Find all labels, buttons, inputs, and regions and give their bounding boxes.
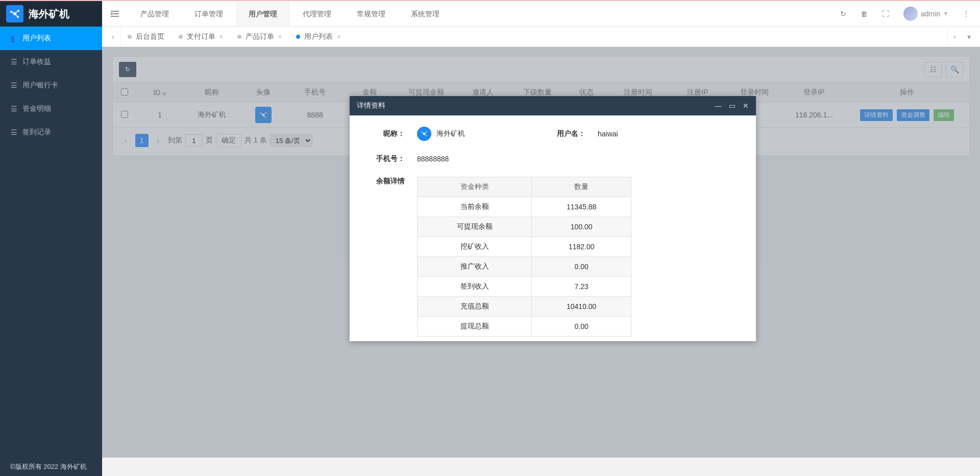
close-icon[interactable]: ✕: [743, 102, 749, 110]
sidebar-item-funds[interactable]: ☰资金明细: [0, 97, 102, 121]
fullscreen-icon[interactable]: ⛶: [882, 10, 889, 18]
value-username: haiwai: [598, 130, 618, 138]
refresh-icon[interactable]: ↻: [840, 10, 846, 18]
tabs-bar: ‹ 后台首页 支付订单× 产品订单× 用户列表× › ▾: [102, 27, 980, 47]
tabs-prev-icon[interactable]: ‹: [106, 27, 120, 46]
top-nav-item-product[interactable]: 产品管理: [128, 2, 182, 26]
top-nav-item-general[interactable]: 常规管理: [344, 2, 398, 26]
brand-icon: [6, 5, 23, 22]
tabs-menu-icon[interactable]: ▾: [962, 27, 976, 46]
detail-modal: 详情资料 ― ▭ ✕ 昵称： 海外矿机 用户名： haiwai 手机号： 888…: [350, 96, 756, 341]
maximize-icon[interactable]: ▭: [729, 102, 736, 110]
sidebar-toggle-icon[interactable]: [102, 2, 128, 26]
avatar-icon: [417, 127, 431, 141]
close-icon[interactable]: ×: [337, 33, 340, 40]
user-icon: 👥: [10, 34, 17, 42]
tabs-next-icon[interactable]: ›: [947, 27, 962, 46]
more-icon[interactable]: ⋮: [963, 10, 970, 18]
copyright: ©版权所有 2022 海外矿机: [10, 462, 87, 471]
sidebar: 👥用户列表 ☰订单收益 ☰用户银行卡 ☰资金明细 ☰签到记录: [0, 27, 102, 458]
top-nav-item-agent[interactable]: 代理管理: [290, 2, 344, 26]
minimize-icon[interactable]: ―: [715, 102, 722, 110]
top-nav-item-user[interactable]: 用户管理: [236, 2, 290, 26]
top-nav: 产品管理 订单管理 用户管理 代理管理 常规管理 系统管理: [128, 2, 452, 26]
close-icon[interactable]: ×: [219, 33, 223, 40]
modal-header[interactable]: 详情资料 ― ▭ ✕: [350, 96, 756, 115]
sidebar-item-earnings[interactable]: ☰订单收益: [0, 50, 102, 74]
user-menu[interactable]: admin ▼: [903, 7, 948, 21]
list-icon: ☰: [10, 128, 17, 136]
trash-icon[interactable]: 🗑: [861, 10, 868, 18]
modal-title: 详情资料: [357, 101, 385, 110]
tab-product-orders[interactable]: 产品订单×: [230, 27, 289, 46]
list-icon: ☰: [10, 58, 17, 66]
sidebar-item-user-list[interactable]: 👥用户列表: [0, 27, 102, 50]
sidebar-item-bank[interactable]: ☰用户银行卡: [0, 74, 102, 97]
list-icon: ☰: [10, 105, 17, 113]
tab-payment-orders[interactable]: 支付订单×: [172, 27, 230, 46]
footer: ©版权所有 2022 海外矿机: [0, 458, 102, 476]
close-icon[interactable]: ×: [278, 33, 282, 40]
value-nick: 海外矿机: [436, 129, 465, 137]
username-label: admin: [921, 10, 940, 18]
svg-line-5: [15, 11, 18, 14]
bal-th-qty: 数量: [532, 177, 631, 197]
label-balance-detail: 余额详情: [372, 177, 405, 186]
header: 产品管理 订单管理 用户管理 代理管理 常规管理 系统管理 ↻ 🗑 ⛶ admi…: [102, 1, 980, 27]
app-name: 海外矿机: [29, 7, 69, 21]
value-phone: 88888888: [417, 155, 449, 163]
modal-body[interactable]: 昵称： 海外矿机 用户名： haiwai 手机号： 88888888 余额详情 …: [350, 115, 756, 341]
bal-th-kind: 资金种类: [418, 177, 532, 197]
sidebar-item-checkin[interactable]: ☰签到记录: [0, 121, 102, 144]
tab-home[interactable]: 后台首页: [120, 27, 172, 46]
balance-table: 资金种类数量 当前余额11345.88 可提现余额100.00 挖矿收入1182…: [417, 177, 631, 337]
list-icon: ☰: [10, 81, 17, 89]
chevron-down-icon: ▼: [943, 11, 948, 16]
logo-block[interactable]: 海外矿机: [0, 1, 102, 27]
label-username: 用户名：: [553, 129, 585, 138]
label-phone: 手机号：: [372, 154, 405, 163]
top-nav-item-order[interactable]: 订单管理: [182, 2, 236, 26]
tab-user-list[interactable]: 用户列表×: [289, 27, 348, 46]
label-nick: 昵称：: [372, 129, 405, 138]
avatar-icon: [903, 7, 918, 21]
top-nav-item-system[interactable]: 系统管理: [398, 2, 452, 26]
svg-line-6: [15, 14, 18, 17]
